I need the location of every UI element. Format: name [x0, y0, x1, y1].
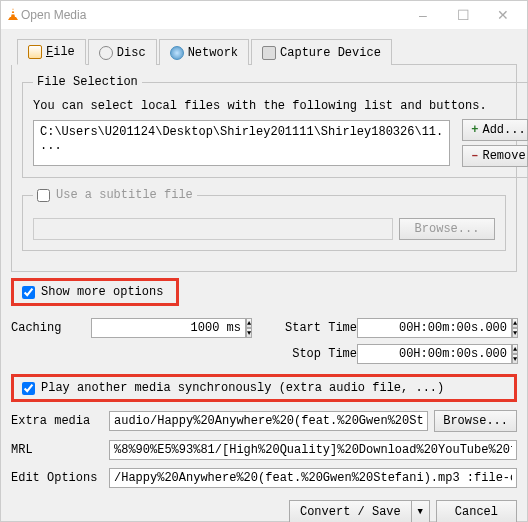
- disc-icon: [99, 46, 113, 60]
- file-selection-group: File Selection You can select local file…: [22, 75, 528, 178]
- svg-rect-0: [11, 10, 14, 11]
- file-icon: [28, 45, 42, 59]
- play-sync-label: Play another media synchronously (extra …: [41, 381, 444, 395]
- use-subtitle-check[interactable]: [37, 189, 50, 202]
- extra-browse-label: Browse...: [443, 414, 508, 428]
- start-time-input[interactable]: [357, 318, 512, 338]
- stop-down[interactable]: ▼: [512, 354, 518, 364]
- mrl-input[interactable]: [109, 440, 517, 460]
- plus-icon: +: [471, 124, 478, 136]
- options-grid: Caching ▲▼ Start Time ▲▼ Stop Time ▲▼: [11, 318, 517, 364]
- file-panel: File Selection You can select local file…: [11, 65, 517, 272]
- stop-time-spinner[interactable]: ▲▼: [357, 344, 517, 364]
- play-sync-check[interactable]: [22, 382, 35, 395]
- caching-label: Caching: [11, 321, 91, 335]
- subtitle-browse-label: Browse...: [415, 222, 480, 236]
- content-area: File Disc Network Capture Device File Se…: [1, 30, 527, 522]
- capture-icon: [262, 46, 276, 60]
- maximize-button[interactable]: ☐: [443, 1, 483, 29]
- tab-capture[interactable]: Capture Device: [251, 39, 392, 65]
- convert-save-label: Convert / Save: [289, 500, 412, 522]
- extra-browse-button[interactable]: Browse...: [434, 410, 517, 432]
- show-more-check[interactable]: [22, 286, 35, 299]
- use-subtitle-checkbox[interactable]: Use a subtitle file: [37, 188, 193, 202]
- play-sync-checkbox[interactable]: Play another media synchronously (extra …: [22, 381, 506, 395]
- tab-bar: File Disc Network Capture Device: [17, 38, 517, 65]
- subtitle-group: Use a subtitle file Browse...: [22, 188, 506, 251]
- add-button-label: Add...: [482, 123, 525, 137]
- tab-file-label: File: [46, 45, 75, 59]
- tab-file[interactable]: File: [17, 39, 86, 65]
- caching-down[interactable]: ▼: [246, 328, 252, 338]
- network-icon: [170, 46, 184, 60]
- svg-rect-1: [11, 13, 15, 14]
- close-button[interactable]: ✕: [483, 1, 523, 29]
- window-title: Open Media: [21, 8, 86, 22]
- extra-media-input[interactable]: [109, 411, 428, 431]
- mrl-label: MRL: [11, 443, 103, 457]
- use-subtitle-label: Use a subtitle file: [56, 188, 193, 202]
- vlc-icon: [5, 7, 21, 23]
- start-up[interactable]: ▲: [512, 318, 518, 328]
- show-more-highlight: Show more options: [11, 278, 179, 306]
- cancel-label: Cancel: [455, 505, 498, 519]
- tab-network[interactable]: Network: [159, 39, 249, 65]
- stop-time-input[interactable]: [357, 344, 512, 364]
- show-more-label: Show more options: [41, 285, 163, 299]
- start-time-spinner[interactable]: ▲▼: [357, 318, 517, 338]
- minus-icon: –: [471, 150, 478, 162]
- extra-media-row: Extra media Browse...: [11, 410, 517, 432]
- edit-options-input[interactable]: [109, 468, 517, 488]
- mrl-row: MRL: [11, 440, 517, 460]
- add-button[interactable]: + Add...: [462, 119, 528, 141]
- stop-time-label: Stop Time: [277, 347, 357, 361]
- minimize-button[interactable]: –: [403, 1, 443, 29]
- open-media-window: Open Media – ☐ ✕ File Disc Network Captu…: [0, 0, 528, 522]
- titlebar: Open Media – ☐ ✕: [1, 1, 527, 30]
- edit-options-label: Edit Options: [11, 471, 103, 485]
- footer-bar: Convert / Save ▼ Cancel: [11, 492, 517, 522]
- file-selection-legend: File Selection: [33, 75, 142, 89]
- remove-button-label: Remove: [482, 149, 525, 163]
- remove-button[interactable]: – Remove: [462, 145, 528, 167]
- extra-media-label: Extra media: [11, 414, 103, 428]
- subtitle-browse-button: Browse...: [399, 218, 495, 240]
- stop-up[interactable]: ▲: [512, 344, 518, 354]
- tab-disc[interactable]: Disc: [88, 39, 157, 65]
- cancel-button[interactable]: Cancel: [436, 500, 517, 522]
- play-sync-highlight: Play another media synchronously (extra …: [11, 374, 517, 402]
- tab-network-label: Network: [188, 46, 238, 60]
- start-time-label: Start Time: [277, 321, 357, 335]
- start-down[interactable]: ▼: [512, 328, 518, 338]
- subtitle-path-input: [33, 218, 393, 240]
- file-selection-hint: You can select local files with the foll…: [33, 99, 528, 113]
- convert-save-dropdown[interactable]: ▼: [412, 500, 430, 522]
- convert-save-button[interactable]: Convert / Save ▼: [289, 500, 430, 522]
- edit-options-row: Edit Options: [11, 468, 517, 488]
- caching-up[interactable]: ▲: [246, 318, 252, 328]
- file-list-item: C:\Users\U201124\Desktop\Shirley201111\S…: [40, 125, 443, 153]
- tab-capture-label: Capture Device: [280, 46, 381, 60]
- caching-spinner[interactable]: ▲▼: [91, 318, 191, 338]
- tab-disc-label: Disc: [117, 46, 146, 60]
- file-list[interactable]: C:\Users\U201124\Desktop\Shirley201111\S…: [33, 120, 450, 166]
- show-more-checkbox[interactable]: Show more options: [22, 285, 168, 299]
- caching-input[interactable]: [91, 318, 246, 338]
